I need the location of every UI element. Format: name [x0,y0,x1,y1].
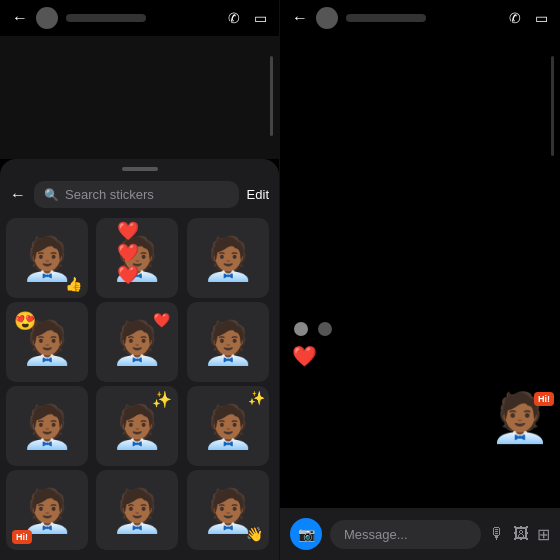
scroll-indicator-left [270,56,273,136]
message-input[interactable]: Message... [330,520,481,549]
right-top-bar-right: ✆ ▭ [509,10,548,26]
sticker-cell-6[interactable]: 🧑🏾‍💼 [187,302,269,382]
back-icon-left[interactable]: ← [12,9,28,27]
scroll-indicator-right [551,56,554,156]
reaction-area: ❤️ [292,320,334,368]
reaction-dot-2 [316,320,334,338]
sticker-cell-5[interactable]: 🧑🏾‍💼 ❤️ [96,302,178,382]
sticker-cell-12[interactable]: 🧑🏾‍💼 👋 [187,470,269,550]
right-top-bar-left: ← [292,7,426,29]
chat-area-left [0,36,279,159]
sticker-search-bar[interactable]: 🔍 Search stickers [34,181,239,208]
search-icon: 🔍 [44,188,59,202]
right-top-bar: ← ✆ ▭ [280,0,560,36]
chat-area-right: ❤️ 🧑🏾‍💼 Hi! [280,36,560,508]
floating-hi-badge: Hi! [534,392,554,406]
phone-icon-left[interactable]: ✆ [228,10,240,26]
message-placeholder: Message... [344,527,408,542]
video-icon-right[interactable]: ▭ [535,10,548,26]
video-icon-left[interactable]: ▭ [254,10,267,26]
camera-icon: 📷 [298,526,315,542]
contact-name-left [66,14,146,22]
contact-name-right [346,14,426,22]
mic-button[interactable]: 🎙 [489,525,505,543]
sticker-cell-8[interactable]: 🧑🏾‍💼 ✨ [96,386,178,466]
search-placeholder-text: Search stickers [65,187,154,202]
left-top-bar-left: ← [12,7,146,29]
sticker-cell-1[interactable]: 🧑🏾‍💼 👍 [6,218,88,298]
reaction-dot-1 [292,320,310,338]
sticker-cell-4[interactable]: 🧑🏾‍💼 😍 [6,302,88,382]
reaction-dots-row [292,320,334,338]
avatar-left [36,7,58,29]
back-icon-right[interactable]: ← [292,9,308,27]
sticker-cell-2[interactable]: 🧑🏾‍💼 ❤️❤️❤️ [96,218,178,298]
edit-button[interactable]: Edit [247,187,269,202]
sticker-cell-10[interactable]: 🧑🏾‍💼 Hi! [6,470,88,550]
photo-button[interactable]: 🖼 [513,525,529,543]
sticker-grid: 🧑🏾‍💼 👍 🧑🏾‍💼 ❤️❤️❤️ 🧑🏾‍💼 🧑🏾‍💼 😍 🧑🏾‍💼 ❤️ [0,218,279,556]
sticker-panel: ← 🔍 Search stickers Edit 🧑🏾‍💼 👍 🧑🏾‍💼 ❤️❤… [0,159,279,560]
avatar-right [316,7,338,29]
left-top-bar: ← ✆ ▭ [0,0,279,36]
panel-handle [122,167,158,171]
sticker-button[interactable]: ⊞ [537,525,550,544]
left-top-bar-right: ✆ ▭ [228,10,267,26]
right-panel: ← ✆ ▭ ❤️ 🧑🏾‍💼 Hi! 📷 M [280,0,560,560]
sticker-back-button[interactable]: ← [10,186,26,204]
sticker-cell-9[interactable]: 🧑🏾‍💼 ✨ [187,386,269,466]
phone-icon-right[interactable]: ✆ [509,10,521,26]
sticker-cell-3[interactable]: 🧑🏾‍💼 [187,218,269,298]
floating-sticker-area: 🧑🏾‍💼 Hi! [490,390,550,446]
message-bar: 📷 Message... 🎙 🖼 ⊞ [280,508,560,560]
left-panel: ← ✆ ▭ ← 🔍 Search stickers Edit 🧑🏾‍💼 [0,0,280,560]
camera-button[interactable]: 📷 [290,518,322,550]
hi-badge: Hi! [12,530,32,544]
sticker-cell-7[interactable]: 🧑🏾‍💼 [6,386,88,466]
sticker-search-row: ← 🔍 Search stickers Edit [0,181,279,218]
sticker-cell-11[interactable]: 🧑🏾‍💼 [96,470,178,550]
reaction-heart: ❤️ [292,344,334,368]
